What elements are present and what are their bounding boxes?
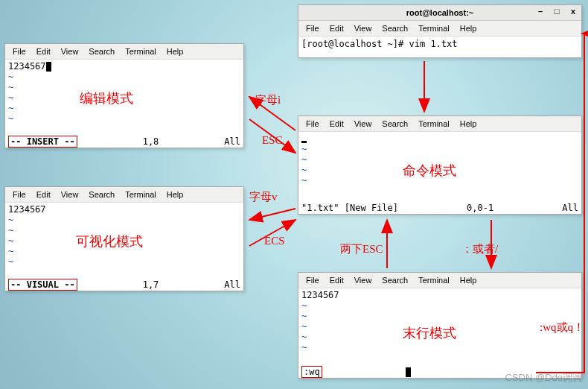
minimize-icon[interactable]: – bbox=[535, 7, 546, 16]
mode-label: 编辑模式 bbox=[80, 89, 133, 107]
menu-terminal[interactable]: Terminal bbox=[414, 118, 454, 130]
titlebar: root@localhost:~ – □ x bbox=[298, 5, 581, 21]
menubar: File Edit View Search Terminal Help bbox=[5, 187, 243, 203]
menu-view[interactable]: View bbox=[57, 189, 83, 200]
menu-search[interactable]: Search bbox=[377, 22, 412, 34]
tilde-line: ~ bbox=[301, 342, 578, 352]
cursor-icon bbox=[46, 62, 51, 72]
cursor-pos: 0,0-1 bbox=[467, 203, 493, 213]
window-controls: – □ x bbox=[535, 7, 578, 16]
menu-file[interactable]: File bbox=[301, 22, 324, 34]
menu-terminal[interactable]: Terminal bbox=[121, 45, 161, 57]
menu-edit[interactable]: Edit bbox=[325, 274, 348, 286]
file-status: "1.txt" [New File] bbox=[301, 203, 398, 213]
svg-line-3 bbox=[249, 209, 295, 220]
editor-body[interactable]: 1234567 ~ ~ ~ ~ ~ 可视化模式 bbox=[5, 203, 243, 279]
anno-colon-or-slash: ：或者/ bbox=[461, 242, 498, 256]
editor-body[interactable]: 1234567 ~ ~ ~ ~ ~ 末行模式 bbox=[298, 288, 581, 366]
menu-view[interactable]: View bbox=[350, 118, 377, 130]
menu-edit[interactable]: Edit bbox=[325, 22, 348, 34]
menu-help[interactable]: Help bbox=[456, 22, 482, 34]
menu-help[interactable]: Help bbox=[456, 118, 482, 130]
anno-esc: ESC bbox=[262, 134, 283, 147]
menubar: File Edit View Search Terminal Help bbox=[298, 273, 581, 288]
tilde-line: ~ bbox=[8, 113, 240, 124]
anno-letter-i: 字母i bbox=[255, 93, 281, 107]
cursor-icon bbox=[406, 367, 411, 377]
tilde-line: ~ bbox=[301, 144, 578, 154]
terminal-window-start: root@localhost:~ – □ x File Edit View Se… bbox=[298, 4, 582, 58]
window-title: root@localhost:~ bbox=[406, 8, 473, 17]
tilde-line: ~ bbox=[8, 72, 240, 82]
watermark: CSDN @Dde调调 bbox=[505, 371, 583, 385]
menu-search[interactable]: Search bbox=[84, 189, 119, 200]
menu-file[interactable]: File bbox=[301, 274, 324, 286]
menu-edit[interactable]: Edit bbox=[32, 45, 55, 57]
anno-wq-or-q: :wq或q！ bbox=[540, 320, 584, 335]
tilde-line: ~ bbox=[8, 215, 240, 225]
menu-search[interactable]: Search bbox=[377, 118, 412, 130]
menubar: File Edit View Search Terminal Help bbox=[5, 44, 243, 60]
buffer-content: 1234567 bbox=[8, 204, 46, 215]
anno-letter-v: 字母v bbox=[249, 190, 278, 204]
menu-file[interactable]: File bbox=[301, 118, 324, 130]
visual-mode-window: File Edit View Search Terminal Help 1234… bbox=[4, 186, 244, 291]
editor-body[interactable]: ~ ~ ~ ~ 命令模式 bbox=[298, 132, 581, 202]
cursor-icon bbox=[301, 141, 307, 143]
mode-status: -- INSERT -- bbox=[8, 136, 77, 148]
menu-view[interactable]: View bbox=[350, 274, 377, 286]
menu-terminal[interactable]: Terminal bbox=[121, 189, 161, 200]
menu-search[interactable]: Search bbox=[84, 45, 119, 57]
menu-help[interactable]: Help bbox=[162, 189, 188, 200]
scroll-pct: All bbox=[224, 136, 240, 147]
buffer-content: 1234567 bbox=[8, 61, 46, 72]
menu-search[interactable]: Search bbox=[377, 274, 412, 286]
tilde-line: ~ bbox=[301, 311, 578, 321]
ex-command: :wq bbox=[301, 366, 322, 378]
status-line: "1.txt" [New File] 0,0-1 All bbox=[298, 202, 581, 214]
menu-file[interactable]: File bbox=[8, 45, 31, 57]
tilde-line: ~ bbox=[301, 300, 578, 311]
tilde-line: ~ bbox=[8, 256, 240, 267]
status-line: -- VISUAL -- 1,7 All bbox=[5, 279, 243, 291]
menu-edit[interactable]: Edit bbox=[32, 189, 55, 200]
mode-status: -- VISUAL -- bbox=[8, 279, 77, 291]
buffer-content: 1234567 bbox=[301, 290, 339, 300]
close-icon[interactable]: x bbox=[568, 7, 578, 16]
mode-label: 末行模式 bbox=[403, 324, 456, 342]
menu-help[interactable]: Help bbox=[456, 274, 482, 286]
menu-terminal[interactable]: Terminal bbox=[414, 274, 454, 286]
menu-view[interactable]: View bbox=[350, 22, 377, 34]
anno-two-esc: 两下ESC bbox=[340, 242, 383, 256]
scroll-pct: All bbox=[224, 279, 240, 290]
shell-prompt: [root@localhost ~]# vim 1.txt bbox=[301, 39, 458, 49]
command-mode-window: File Edit View Search Terminal Help ~ ~ … bbox=[298, 116, 582, 215]
status-line: -- INSERT -- 1,8 All bbox=[5, 136, 243, 148]
menu-file[interactable]: File bbox=[8, 189, 31, 200]
anno-ecs: ECS bbox=[264, 235, 285, 247]
editor-body[interactable]: 1234567 ~ ~ ~ ~ ~ 编辑模式 bbox=[5, 60, 243, 136]
menu-help[interactable]: Help bbox=[162, 45, 188, 57]
terminal-body[interactable]: [root@localhost ~]# vim 1.txt bbox=[298, 37, 581, 57]
maximize-icon[interactable]: □ bbox=[552, 7, 562, 16]
menubar: File Edit View Search Terminal Help bbox=[298, 116, 581, 132]
menu-edit[interactable]: Edit bbox=[325, 118, 348, 130]
menu-view[interactable]: View bbox=[57, 45, 83, 57]
scroll-pct: All bbox=[562, 203, 578, 213]
cursor-pos: 1,8 bbox=[143, 136, 159, 147]
insert-mode-window: File Edit View Search Terminal Help 1234… bbox=[4, 43, 244, 148]
mode-label: 命令模式 bbox=[403, 162, 456, 180]
menubar: File Edit View Search Terminal Help bbox=[298, 21, 581, 37]
mode-label: 可视化模式 bbox=[76, 233, 143, 250]
menu-terminal[interactable]: Terminal bbox=[414, 22, 454, 34]
cursor-pos: 1,7 bbox=[143, 279, 159, 290]
